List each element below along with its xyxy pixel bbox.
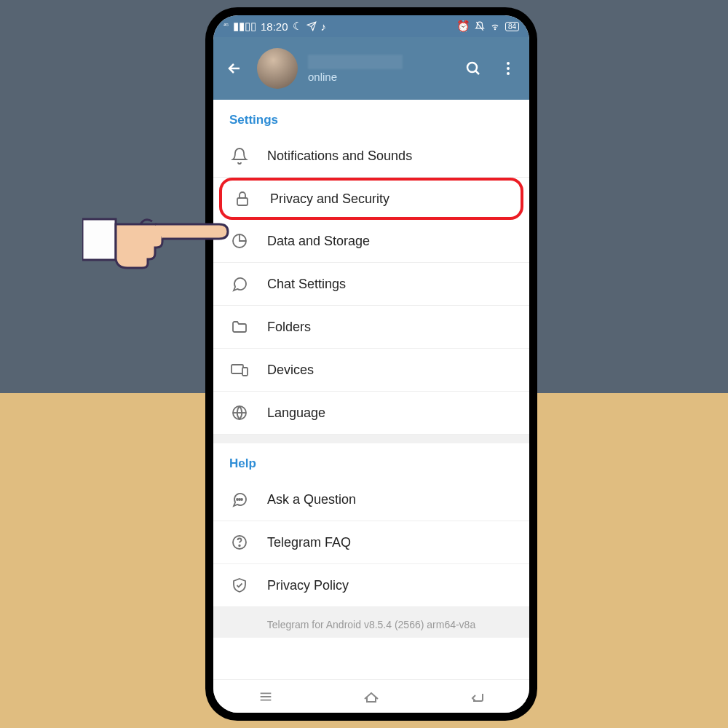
music-icon: ♪ bbox=[321, 20, 327, 33]
settings-list[interactable]: Settings Notifications and Sounds Privac… bbox=[213, 100, 529, 679]
item-devices[interactable]: Devices bbox=[213, 349, 529, 392]
devices-icon bbox=[229, 361, 250, 379]
svg-point-6 bbox=[507, 67, 510, 70]
profile-title[interactable]: online bbox=[308, 55, 451, 83]
online-status: online bbox=[308, 71, 451, 83]
svg-point-14 bbox=[239, 499, 240, 500]
phone-frame: ⁴ᴳ ▮▮▯▯ 18:20 ☾ ♪ ⏰ 84 bbox=[205, 7, 537, 721]
item-label: Privacy Policy bbox=[267, 578, 349, 593]
more-button[interactable] bbox=[496, 60, 521, 77]
svg-point-3 bbox=[467, 63, 477, 72]
svg-line-4 bbox=[476, 71, 480, 75]
section-divider bbox=[213, 435, 529, 443]
item-label: Data and Storage bbox=[267, 234, 370, 249]
item-privacy-security[interactable]: Privacy and Security bbox=[219, 178, 523, 220]
item-folders[interactable]: Folders bbox=[213, 306, 529, 349]
svg-rect-11 bbox=[242, 368, 248, 376]
question-icon bbox=[229, 534, 250, 551]
signal-bars-icon: ▮▮▯▯ bbox=[233, 20, 256, 33]
nav-back-button[interactable] bbox=[465, 689, 488, 705]
system-navbar bbox=[213, 679, 529, 713]
chat-icon bbox=[229, 275, 250, 293]
globe-icon bbox=[229, 404, 250, 422]
item-chat-settings[interactable]: Chat Settings bbox=[213, 263, 529, 306]
status-time: 18:20 bbox=[261, 20, 288, 33]
alarm-icon: ⏰ bbox=[456, 20, 470, 33]
item-label: Language bbox=[267, 405, 325, 421]
bell-icon bbox=[229, 147, 250, 165]
svg-rect-0 bbox=[82, 219, 116, 260]
chat-dots-icon bbox=[229, 491, 250, 508]
item-label: Chat Settings bbox=[267, 277, 346, 292]
svg-point-13 bbox=[237, 499, 238, 500]
wifi-icon bbox=[489, 21, 501, 31]
settings-section-title: Settings bbox=[213, 100, 529, 135]
svg-point-15 bbox=[241, 499, 242, 500]
signal-icon: ⁴ᴳ bbox=[223, 23, 229, 29]
help-section-title: Help bbox=[213, 443, 529, 478]
item-data-storage[interactable]: Data and Storage bbox=[213, 220, 529, 263]
profile-name-blurred bbox=[308, 55, 403, 69]
folder-icon bbox=[229, 318, 250, 336]
svg-rect-10 bbox=[232, 365, 243, 373]
item-ask-question[interactable]: Ask a Question bbox=[213, 478, 529, 521]
shield-check-icon bbox=[229, 577, 250, 594]
moon-icon: ☾ bbox=[293, 20, 302, 33]
battery-icon: 84 bbox=[505, 22, 519, 31]
item-label: Devices bbox=[267, 363, 314, 378]
search-button[interactable] bbox=[461, 60, 486, 77]
svg-point-2 bbox=[494, 29, 495, 30]
status-bar: ⁴ᴳ ▮▮▯▯ 18:20 ☾ ♪ ⏰ 84 bbox=[213, 15, 529, 37]
item-faq[interactable]: Telegram FAQ bbox=[213, 521, 529, 564]
svg-point-5 bbox=[507, 62, 510, 65]
svg-point-7 bbox=[507, 72, 510, 75]
phone-screen: ⁴ᴳ ▮▮▯▯ 18:20 ☾ ♪ ⏰ 84 bbox=[213, 15, 529, 713]
item-label: Folders bbox=[267, 320, 311, 335]
lock-icon bbox=[232, 190, 253, 207]
send-icon bbox=[306, 21, 317, 31]
back-button[interactable] bbox=[222, 60, 247, 77]
svg-point-17 bbox=[239, 545, 240, 547]
item-label: Telegram FAQ bbox=[267, 535, 351, 550]
nav-home-button[interactable] bbox=[360, 689, 383, 705]
item-label: Ask a Question bbox=[267, 492, 356, 507]
item-privacy-policy[interactable]: Privacy Policy bbox=[213, 564, 529, 607]
avatar[interactable] bbox=[257, 48, 298, 89]
profile-header: online bbox=[213, 37, 529, 100]
item-notifications[interactable]: Notifications and Sounds bbox=[213, 135, 529, 178]
app-version-text: Telegram for Android v8.5.4 (2566) arm64… bbox=[213, 607, 529, 638]
mute-icon bbox=[475, 21, 485, 31]
nav-recent-button[interactable] bbox=[254, 689, 277, 705]
item-language[interactable]: Language bbox=[213, 392, 529, 435]
item-label: Notifications and Sounds bbox=[267, 149, 412, 164]
item-label: Privacy and Security bbox=[270, 191, 389, 207]
pointing-hand-illustration bbox=[82, 186, 235, 274]
svg-rect-8 bbox=[237, 198, 248, 205]
